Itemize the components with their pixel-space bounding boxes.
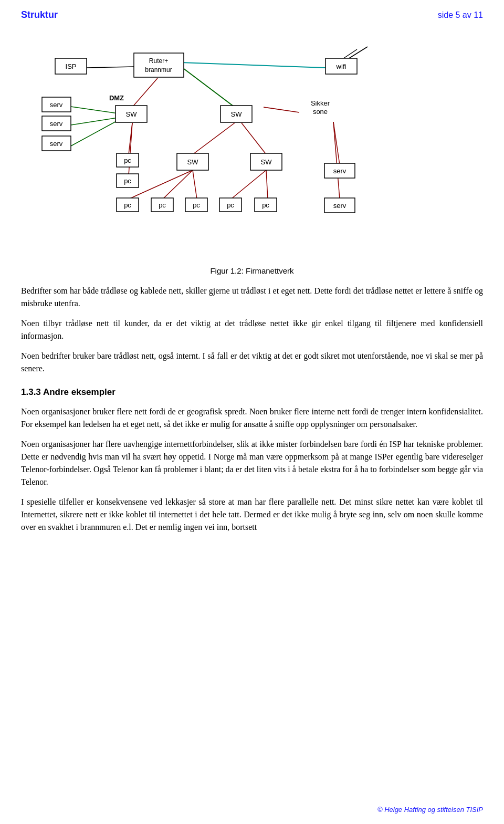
svg-line-5 <box>181 62 326 68</box>
svg-text:Sikker: Sikker <box>311 99 330 107</box>
svg-line-6 <box>264 107 299 112</box>
svg-line-13 <box>242 123 266 154</box>
footer-text: © Helge Hafting og stiftelsen TISIP <box>377 806 483 813</box>
header-title: Struktur <box>21 9 58 20</box>
svg-text:SW: SW <box>261 158 272 166</box>
svg-text:pc: pc <box>193 201 200 209</box>
svg-text:pc: pc <box>262 201 269 209</box>
svg-text:pc: pc <box>159 201 166 209</box>
paragraph-2: Noen tilbyr trådløse nett til kunder, da… <box>21 317 483 342</box>
main-content: Bedrifter som har både trådløse og kable… <box>0 285 504 534</box>
svg-text:SW: SW <box>126 110 138 118</box>
svg-line-17 <box>231 170 266 199</box>
paragraph-3: Noen bedrifter bruker bare trådløst nett… <box>21 350 483 375</box>
svg-line-12 <box>193 123 235 154</box>
svg-line-18 <box>266 170 268 199</box>
svg-text:pc: pc <box>227 201 234 209</box>
svg-text:serv: serv <box>50 101 63 109</box>
svg-text:wifi: wifi <box>336 62 346 70</box>
svg-text:sone: sone <box>313 108 328 116</box>
svg-line-0 <box>87 67 134 68</box>
page-footer: © Helge Hafting og stiftelsen TISIP <box>377 806 483 813</box>
section-heading: 1.3.3 Andre eksempler <box>21 385 483 399</box>
diagram-svg: ISP Ruter+ brannmur wifi serv serv DMZ S… <box>0 31 504 262</box>
svg-rect-23 <box>134 53 184 77</box>
svg-text:serv: serv <box>50 120 63 128</box>
svg-text:serv: serv <box>333 202 346 210</box>
page-number: side 5 av 11 <box>438 11 483 20</box>
page-header: Struktur side 5 av 11 <box>0 0 504 26</box>
svg-text:serv: serv <box>333 167 346 175</box>
section-paragraph-3: I spesielle tilfeller er konsekvensene v… <box>21 496 483 534</box>
svg-line-2 <box>181 67 235 107</box>
section-paragraph-2: Noen organisasjoner har flere uavhengige… <box>21 438 483 488</box>
figure-caption: Figur 1.2: Firmanettverk <box>0 266 504 275</box>
svg-text:ISP: ISP <box>66 62 77 70</box>
svg-text:SW: SW <box>231 110 243 118</box>
svg-line-1 <box>132 78 158 107</box>
svg-text:Ruter+: Ruter+ <box>149 57 168 65</box>
svg-text:DMZ: DMZ <box>109 94 124 102</box>
svg-text:pc: pc <box>124 201 131 209</box>
svg-line-7 <box>71 107 118 113</box>
svg-line-15 <box>163 170 193 199</box>
svg-line-16 <box>193 170 197 199</box>
network-diagram: ISP Ruter+ brannmur wifi serv serv DMZ S… <box>0 31 504 262</box>
svg-text:SW: SW <box>187 158 199 166</box>
paragraph-1: Bedrifter som har både trådløse og kable… <box>21 285 483 310</box>
svg-text:pc: pc <box>124 157 131 164</box>
section-paragraph-1: Noen organisasjoner bruker flere nett fo… <box>21 405 483 431</box>
svg-text:brannmur: brannmur <box>145 66 172 74</box>
svg-text:pc: pc <box>124 177 131 185</box>
svg-text:serv: serv <box>50 140 63 148</box>
